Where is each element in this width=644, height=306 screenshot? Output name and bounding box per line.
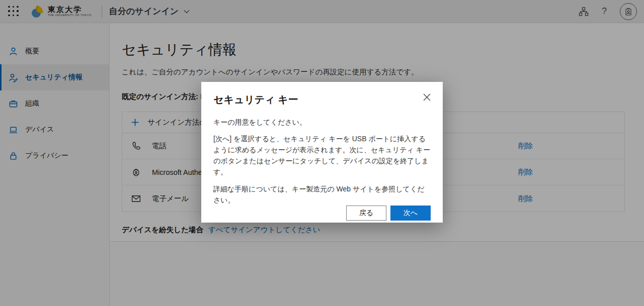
dialog-paragraph: キーの用意をしてください。: [213, 117, 431, 128]
dialog-actions: 戻る 次へ: [346, 206, 431, 221]
back-button[interactable]: 戻る: [346, 206, 386, 221]
security-key-dialog: セキュリティ キー キーの用意をしてください。 [次へ] を選択すると、セキュリ…: [201, 82, 443, 223]
dialog-paragraph: [次へ] を選択すると、セキュリティ キーを USB ポートに挿入するように求め…: [213, 133, 431, 177]
dialog-title: セキュリティ キー: [213, 93, 431, 107]
dialog-paragraph: 詳細な手順については、キー製造元の Web サイトを参照してください。: [213, 183, 431, 206]
close-icon[interactable]: [422, 92, 432, 102]
dialog-body: キーの用意をしてください。 [次へ] を選択すると、セキュリティ キーを USB…: [213, 117, 431, 206]
next-button[interactable]: 次へ: [390, 206, 431, 221]
